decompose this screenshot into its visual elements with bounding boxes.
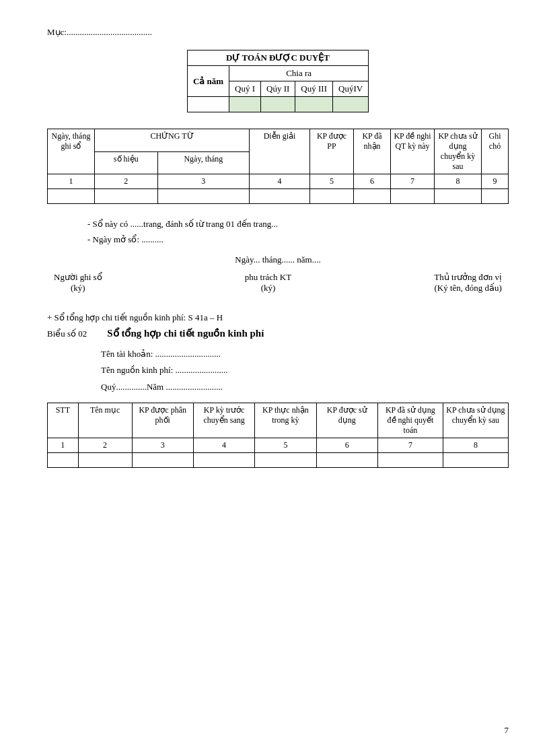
muc-line: Mục:....................................… (47, 27, 509, 38)
ledger-num4: 4 (250, 174, 310, 189)
summary-col6: KP được sử dụng (316, 403, 377, 438)
ledger-num6: 6 (354, 174, 391, 189)
date-line: Ngày... tháng...... năm.... (47, 254, 509, 265)
summary-col1: STT (48, 403, 79, 438)
quy2-label: Qúy II (261, 81, 295, 97)
sig-center: phu trách KT (ký) (245, 272, 291, 294)
bieu-so-label: Biểu số 02 (47, 329, 87, 339)
bieu-so-title: Sổ tổng hợp chi tiết nguồn kinh phí (107, 328, 264, 339)
summary-num5: 5 (255, 438, 316, 452)
bieu-so-line: Biểu số 02 Sổ tổng hợp chi tiết nguồn ki… (47, 327, 509, 339)
summary-col5: KP thực nhận trong kỳ (255, 403, 316, 438)
ledger-num5: 5 (310, 174, 354, 189)
quy4-label: QuýIV (333, 81, 369, 97)
sig-right-sub: (Ký tên, đóng dấu) (434, 283, 502, 294)
sig-center-sub: (ký) (245, 283, 291, 294)
quy1-label: Quý I (229, 81, 261, 97)
sig-right: Thủ trưởng đơn vị (Ký tên, đóng dấu) (434, 272, 502, 294)
ledger-col8: Ghi chó (482, 129, 509, 174)
ledger-col1: Ngày, tháng ghi sổ (48, 129, 95, 174)
summary-col3: KP được phân phối (132, 403, 193, 438)
summary-num3: 3 (132, 438, 193, 452)
ledger-col2b: Ngày, tháng (157, 151, 249, 174)
note-line1: - Sổ này có ......trang, đánh số từ tran… (87, 216, 509, 232)
budget-table: DỰ TOÁN ĐƯỢC DUYỆT Cả năm Chia ra Quý I … (187, 50, 369, 112)
summary-num1: 1 (48, 438, 79, 452)
ledger-num9: 9 (482, 174, 509, 189)
ledger-num2: 2 (95, 174, 158, 189)
ledger-col2-header: CHỨNG TỪ (95, 129, 250, 152)
ten-tk-field: Tên tài khoản: .........................… (101, 346, 509, 363)
quy-nam-field: Quý..............Năm ...................… (101, 379, 509, 396)
summary-num4: 4 (193, 438, 254, 452)
note-line2: - Ngày mở sổ: .......... (87, 232, 509, 247)
summary-table: STT Tên mục KP được phân phối KP kỳ trướ… (47, 403, 509, 468)
sig-center-title: phu trách KT (245, 272, 291, 283)
section-heading: + Sổ tổng hợp chi tiết nguồn kinh phí: S… (47, 312, 509, 323)
ledger-num7: 7 (391, 174, 435, 189)
form-fields: Tên tài khoản: .........................… (101, 346, 509, 396)
ca-nam-label: Cả năm (187, 66, 229, 97)
budget-title: DỰ TOÁN ĐƯỢC DUYỆT (187, 50, 368, 66)
summary-num7: 7 (377, 438, 443, 452)
summary-num2: 2 (78, 438, 132, 452)
summary-col2: Tên mục (78, 403, 132, 438)
ledger-num8: 8 (435, 174, 482, 189)
page-number: 7 (505, 725, 509, 736)
signatures-section: Người ghi sổ (ký) phu trách KT (ký) Thủ … (54, 272, 502, 294)
ledger-col7: KP chưa sử dụng chuyển kỳ sau (435, 129, 482, 174)
sig-left-title: Người ghi sổ (54, 272, 102, 283)
chia-ra-label: Chia ra (229, 66, 369, 81)
summary-col4: KP kỳ trước chuyển sang (193, 403, 254, 438)
ledger-num1: 1 (48, 174, 95, 189)
ledger-num3: 3 (157, 174, 249, 189)
ledger-table: Ngày, tháng ghi sổ CHỨNG TỪ Diễn giải KP… (47, 129, 509, 204)
ledger-col5: KP đã nhận (354, 129, 391, 174)
sig-left-sub: (ký) (54, 283, 102, 294)
ledger-col3: Diễn giải (250, 129, 310, 174)
muc-text: Mục:....................................… (47, 27, 152, 37)
summary-num6: 6 (316, 438, 377, 452)
summary-col7: KP đã sử dụng đề nghi quyết toán (377, 403, 443, 438)
sig-left: Người ghi sổ (ký) (54, 272, 102, 294)
summary-num8: 8 (443, 438, 508, 452)
ten-nkp-field: Tên nguồn kinh phí: ....................… (101, 362, 509, 379)
ledger-col6: KP đề nghi QT kỳ này (391, 129, 435, 174)
summary-col8: KP chưa sử dụng chuyển kỳ sau (443, 403, 508, 438)
ledger-col2a: số hiệu (95, 151, 158, 174)
sig-right-title: Thủ trưởng đơn vị (434, 272, 502, 283)
ledger-col4: KP được PP (310, 129, 354, 174)
quy3-label: Quý III (295, 81, 333, 97)
notes-section: - Sổ này có ......trang, đánh số từ tran… (87, 216, 509, 248)
